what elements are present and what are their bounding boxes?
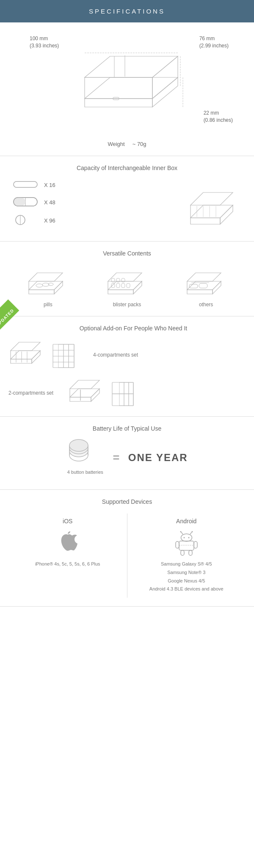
svg-marker-4 [85,77,152,99]
svg-point-98 [183,537,185,538]
svg-rect-103 [189,550,192,555]
svg-point-33 [36,284,43,287]
svg-rect-43 [121,283,125,288]
versatile-title: Versatile Contents [8,250,246,257]
svg-marker-28 [29,281,63,290]
svg-rect-45 [111,278,115,282]
svg-rect-100 [176,541,179,548]
capsule-icon [13,196,38,209]
svg-marker-21 [220,205,233,224]
pill-item-3: X 96 [13,214,182,227]
devices-section: Supported Devices iOS iPhone® 4s, 5c, 5,… [0,490,254,607]
batteries-icon [66,440,104,466]
svg-marker-58 [32,351,40,363]
weight-label: Weight [108,141,124,147]
versatile-pills-label: pills [44,302,52,308]
svg-point-97 [191,531,193,533]
svg-marker-30 [54,281,63,294]
svg-point-93 [181,534,192,541]
round-pill-icon [13,214,38,227]
weight-value: ~ 70g [133,141,146,147]
ios-col: iOS iPhone® 4s, 5c, 5, 5s, 6, 6 Plus [8,514,127,598]
svg-marker-31 [29,273,63,281]
svg-point-91 [69,439,88,451]
android-devices: Samsung Galaxy S® 4/5 Samsung Note® 3 Go… [132,560,242,593]
svg-marker-38 [133,281,142,294]
inner-box-sketch [182,180,241,231]
svg-marker-37 [108,290,133,294]
addon-2comp-sketches [68,378,144,408]
devices-row: iOS iPhone® 4s, 5c, 5, 5s, 6, 6 Plus And… [8,514,246,598]
others-sketch [181,265,232,299]
devices-title: Supported Devices [8,498,246,505]
blister-sketch [102,265,152,299]
one-year-label: ONE YEAR [128,452,188,464]
svg-rect-54 [199,283,207,288]
ios-devices: iPhone® 4s, 5c, 5, 5s, 6, 6 Plus [13,560,123,569]
dim-22: 22 mm (0.86 inches) [204,110,233,124]
batteries-label: 4 button batteries [66,470,104,475]
svg-marker-57 [11,359,32,363]
dimensions-section: 100 mm (3.93 inches) 76 mm (2.99 inches) [0,22,254,156]
battery-section: Battery Life of Typical Use 4 button bat… [0,417,254,490]
pill-count-3: X 96 [44,217,55,224]
page-header: SPECIFICATIONS [0,0,254,22]
capacity-row: X 16 X 48 [13,180,241,233]
svg-marker-0 [85,77,178,99]
svg-rect-47 [121,278,125,282]
apple-icon [13,530,123,556]
svg-marker-59 [11,342,40,351]
ios-label: iOS [13,518,123,525]
pill-item-1: X 16 [13,180,182,190]
batteries-col: 4 button batteries [66,440,104,475]
battery-row: 4 button batteries = ONE YEAR [13,440,241,475]
svg-rect-101 [194,541,197,548]
versatile-blister: blister packs [102,265,152,308]
svg-marker-20 [190,218,220,224]
svg-point-34 [42,283,49,286]
versatile-blister-label: blister packs [113,302,141,308]
svg-rect-102 [181,550,184,555]
svg-marker-49 [187,290,213,294]
product-sketch [42,44,212,124]
addon-bottom-row: 2-compartments set [8,378,246,408]
svg-marker-3 [85,56,178,77]
capacity-title: Capacity of Interchangeable Inner Box [13,165,241,171]
svg-marker-73 [91,389,99,401]
pills-sketch [22,265,73,299]
equals-sign: = [113,451,119,464]
svg-line-96 [190,532,192,534]
addon-section: UPDATED Optional Add-on For People Who N… [0,316,254,417]
addon-title: Optional Add-on For People Who Need It [8,325,246,332]
svg-rect-46 [116,278,120,282]
pill-count-2: X 48 [44,199,55,206]
battery-title: Battery Life of Typical Use [13,425,241,432]
svg-rect-42 [116,283,120,288]
svg-point-99 [188,537,189,538]
pill-count-1: X 16 [44,182,55,188]
versatile-others-label: others [199,302,213,308]
versatile-pills: pills [22,265,73,308]
svg-marker-51 [187,273,221,281]
svg-marker-74 [70,380,99,389]
page-title: SPECIFICATIONS [0,8,254,15]
dimensions-wrapper: 100 mm (3.93 inches) 76 mm (2.99 inches) [17,35,237,137]
versatile-others: others [181,265,232,308]
svg-rect-44 [127,283,130,288]
android-col: Android [127,514,246,598]
versatile-items: pills [8,265,246,308]
svg-marker-2 [152,77,178,107]
pill-list: X 16 X 48 [13,180,182,233]
svg-point-95 [180,531,181,533]
weight-row: Weight ~ 70g [17,141,237,147]
android-icon [132,530,242,556]
pill-item-2: X 48 [13,196,182,209]
addon-top-row: 4-compartments set [8,340,246,370]
android-label: Android [132,518,242,525]
versatile-section: Versatile Contents pills [0,242,254,316]
addon-2comp-label: 2-compartments set [8,390,59,396]
addon-4comp-label: 4-compartments set [93,352,138,358]
svg-marker-50 [213,281,221,294]
capacity-section: Capacity of Interchangeable Inner Box X … [0,156,254,242]
svg-rect-15 [14,198,25,206]
